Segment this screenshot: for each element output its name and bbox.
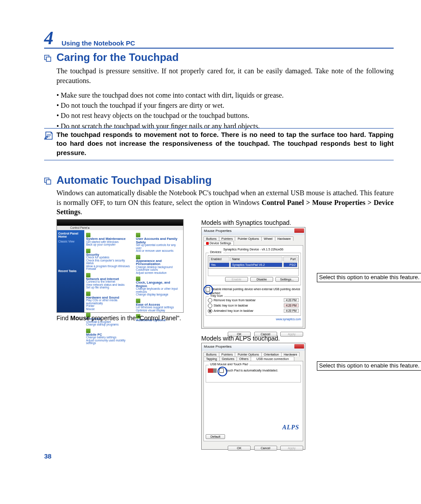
- tab-orientation[interactable]: Orientation: [261, 352, 282, 356]
- tab-pointer-options[interactable]: Pointer Options: [235, 352, 261, 356]
- page-number: 38: [44, 452, 52, 460]
- synaptics-dialog: Mouse Properties ButtonsPointersPointer …: [201, 227, 305, 329]
- header-rule: [44, 48, 394, 49]
- section2-icon: [44, 175, 51, 185]
- tab-row: ButtonsPointersPointer OptionsWheelHardw…: [202, 235, 305, 245]
- disable-internal-label: Disable internal pointing device when ex…: [206, 288, 300, 295]
- tray-remove-radio[interactable]: [208, 298, 212, 303]
- disable-button[interactable]: Disable: [250, 277, 273, 282]
- tab-tapping[interactable]: Tapping: [203, 356, 220, 361]
- ok-button[interactable]: OK: [228, 446, 251, 451]
- highlight-circle-icon: [218, 367, 227, 376]
- precaution-list: Make sure the touchpad does not come int…: [56, 90, 394, 131]
- callout-synaptics: Select this option to enable this featur…: [317, 273, 421, 282]
- highlight-circle-icon: [203, 285, 213, 295]
- section1-heading: Caring for the Touchpad: [56, 51, 179, 64]
- tab-hardware[interactable]: Hardware: [281, 352, 300, 356]
- tab-usb-mouse[interactable]: USB mouse connection: [251, 356, 294, 361]
- caption-alps: Models with ALPS touchpad.: [201, 335, 280, 342]
- tab-gestures[interactable]: Gestures: [219, 356, 237, 361]
- tab-wheel[interactable]: Wheel: [261, 236, 275, 241]
- settings-button[interactable]: Settings...: [275, 277, 299, 282]
- list-item: Do not rest heavy objects on the touchpa…: [56, 110, 394, 121]
- tab-others[interactable]: Others: [237, 356, 251, 361]
- auto-invalidate-label: Touch Pad is automatically invalidated.: [225, 369, 278, 372]
- note-block: The touchpad responds to movement not to…: [44, 128, 394, 160]
- apply-button[interactable]: Apply: [280, 332, 303, 337]
- tray-static-radio[interactable]: [208, 303, 212, 308]
- apply-button[interactable]: Apply: [280, 446, 303, 451]
- section1-intro: The touchpad is pressure sensitive. If n…: [56, 66, 394, 85]
- tab-buttons[interactable]: Buttons: [203, 352, 219, 356]
- tab-device-settings[interactable]: Device Settings: [203, 241, 234, 245]
- callout-alps: Select this option to enable this featur…: [317, 361, 421, 371]
- synaptics-logo-icon: [206, 242, 209, 245]
- note-text: The touchpad responds to movement not to…: [44, 129, 394, 160]
- caption-control-panel: Find Mouse properties in the "Control Pa…: [56, 315, 181, 322]
- enable-button[interactable]: Enable: [225, 277, 248, 282]
- cancel-button[interactable]: Cancel: [254, 446, 277, 451]
- list-item: Do not touch the touchpad if your ﬁngers…: [56, 100, 394, 110]
- tab-pointers[interactable]: Pointers: [219, 236, 236, 241]
- chapter-header: 4 Using the Notebook PC: [44, 27, 389, 49]
- alps-dialog: Mouse Properties ButtonsPointersPointer …: [201, 343, 305, 450]
- synaptics-link[interactable]: www.synaptics.com: [206, 318, 301, 321]
- svg-rect-3: [46, 180, 51, 184]
- close-icon[interactable]: [294, 344, 304, 349]
- chapter-title: Using the Notebook PC: [61, 39, 135, 47]
- tab-hardware[interactable]: Hardware: [275, 236, 293, 241]
- svg-rect-1: [46, 57, 51, 61]
- chapter-number: 4: [44, 27, 53, 49]
- caption-synaptics: Models with Synaptics touchpad.: [201, 219, 291, 226]
- section1-icon: [44, 52, 51, 62]
- tab-pointer-options[interactable]: Pointer Options: [235, 236, 261, 241]
- section2-heading: Automatic Touchpad Disabling: [56, 174, 212, 186]
- close-icon[interactable]: [294, 228, 304, 233]
- tab-buttons[interactable]: Buttons: [203, 236, 219, 241]
- tab-pointers[interactable]: Pointers: [219, 352, 236, 356]
- note-icon: [44, 131, 54, 140]
- section2-intro: Windows can automatically disable the No…: [56, 188, 394, 217]
- default-button[interactable]: Default: [206, 434, 225, 439]
- tray-animated-radio[interactable]: [208, 309, 212, 313]
- alps-logo: ALPS: [282, 424, 299, 431]
- control-panel-screenshot: Control Panel ▸ Control Panel Home Class…: [56, 219, 184, 313]
- list-item: Make sure the touchpad does not come int…: [56, 90, 394, 100]
